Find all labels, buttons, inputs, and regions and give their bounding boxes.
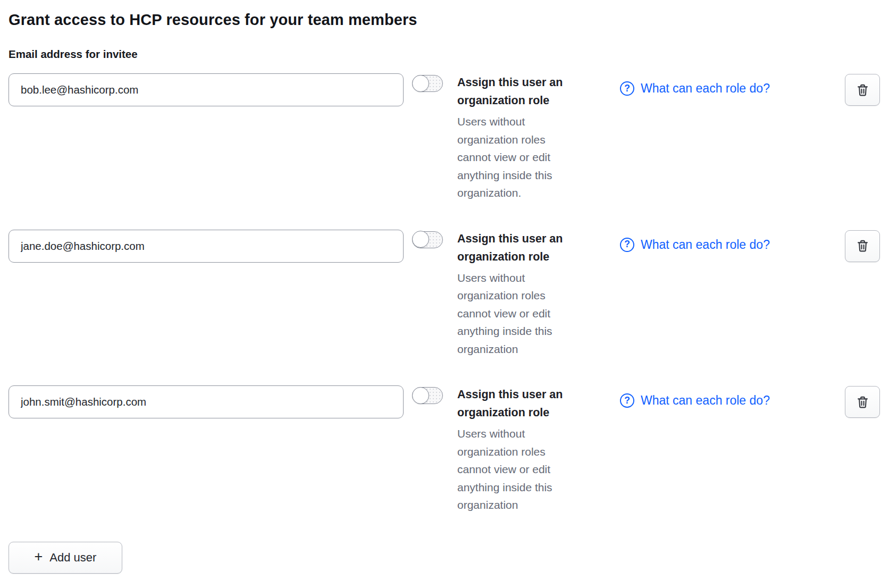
toggle-knob-icon [412,387,429,404]
trash-icon [856,395,870,409]
invite-row: Assign this user an organization role Us… [9,230,880,358]
role-help-link[interactable]: ? What can each role do? [620,81,770,96]
add-user-button[interactable]: + Add user [9,542,122,574]
email-address-label: Email address for invitee [9,48,880,61]
org-role-toggle[interactable] [412,75,443,92]
role-help-link-label: What can each role do? [641,393,770,408]
delete-user-button[interactable] [845,230,880,262]
page-title: Grant access to HCP resources for your t… [9,11,880,29]
role-help-link[interactable]: ? What can each role do? [620,393,770,408]
toggle-knob-icon [412,231,429,248]
plus-icon: + [35,550,43,564]
org-role-toggle-label: Assign this user an organization role [457,73,590,110]
trash-icon [856,83,870,97]
toggle-knob-icon [412,75,429,92]
role-help-link-label: What can each role do? [641,81,770,96]
role-help-link[interactable]: ? What can each role do? [620,238,770,252]
org-role-toggle[interactable] [412,387,443,404]
org-role-helper-text: Users without organization roles cannot … [457,425,567,514]
email-input[interactable] [9,230,404,263]
role-text-column: Assign this user an organization role Us… [457,73,590,202]
invite-row: Assign this user an organization role Us… [9,73,880,202]
role-text-column: Assign this user an organization role Us… [457,385,590,514]
help-question-icon: ? [620,393,634,408]
add-user-button-label: Add user [49,551,96,565]
delete-user-button[interactable] [845,74,880,106]
invite-form: Grant access to HCP resources for your t… [0,0,889,574]
org-role-helper-text: Users without organization roles cannot … [457,269,567,358]
org-role-toggle[interactable] [412,231,443,248]
org-role-toggle-label: Assign this user an organization role [457,385,590,422]
trash-icon [856,239,870,253]
email-input[interactable] [9,385,404,418]
help-question-icon: ? [620,81,634,96]
invite-row: Assign this user an organization role Us… [9,385,880,514]
org-role-helper-text: Users without organization roles cannot … [457,113,567,202]
org-role-toggle-label: Assign this user an organization role [457,230,590,266]
delete-user-button[interactable] [845,386,880,418]
role-text-column: Assign this user an organization role Us… [457,230,590,358]
help-question-icon: ? [620,238,634,252]
email-input[interactable] [9,73,404,106]
role-help-link-label: What can each role do? [641,238,770,252]
